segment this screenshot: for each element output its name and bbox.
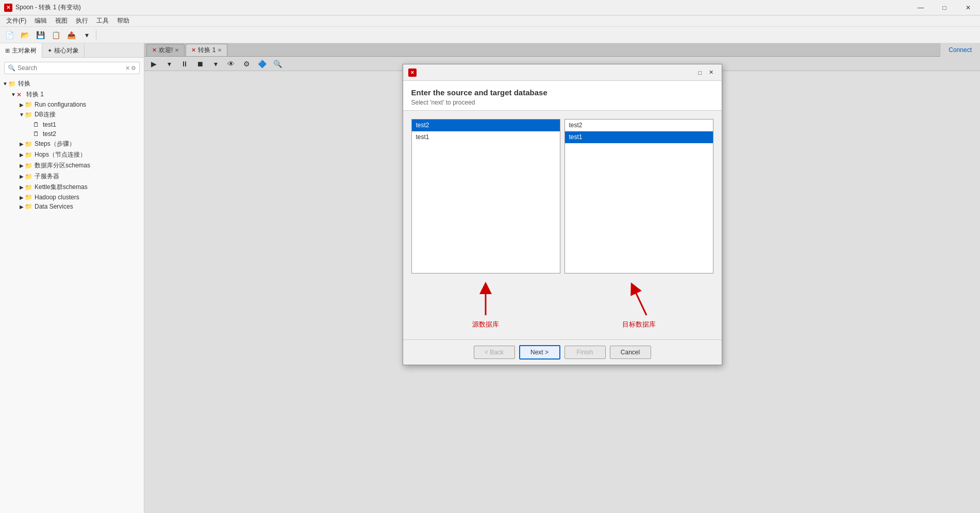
- tree-item-label: 转换 1: [26, 90, 44, 99]
- saveas-button[interactable]: 📋: [48, 28, 63, 42]
- folder-icon: 📁: [25, 101, 33, 108]
- search-bar[interactable]: 🔍 ✕ ⚙: [4, 62, 140, 74]
- menu-tools[interactable]: 工具: [92, 15, 113, 26]
- expand-arrow: ▼: [2, 81, 8, 87]
- tree-item-label: Run configurations: [35, 101, 86, 108]
- target-item-test2[interactable]: test2: [565, 119, 713, 131]
- next-button[interactable]: Next >: [519, 345, 560, 360]
- tree-item-steps[interactable]: ▶ 📁 Steps（步骤）: [0, 139, 144, 149]
- tree-item-label: Hadoop clusters: [35, 194, 79, 201]
- save-button[interactable]: 💾: [33, 28, 47, 42]
- transform-icon: ✕: [16, 91, 25, 98]
- title-text: Spoon - 转换 1 (有变动): [15, 3, 81, 12]
- source-annotation: 源数据库: [411, 280, 560, 331]
- menu-run[interactable]: 执行: [72, 15, 92, 26]
- dropdown-button[interactable]: ▾: [79, 28, 94, 42]
- core-object-icon: ✦: [47, 47, 52, 54]
- dialog: ✕ □ ✕ Enter the source and target databa…: [403, 64, 722, 365]
- tree-item-test2[interactable]: 🗒 test2: [0, 129, 144, 139]
- annotation-area: 源数据库 目标数据库: [411, 280, 713, 331]
- tree-item-label: 数据库分区schemas: [35, 161, 90, 170]
- maximize-button[interactable]: □: [933, 0, 956, 15]
- expand-arrow: ▶: [19, 163, 25, 168]
- search-input[interactable]: [18, 64, 125, 72]
- folder-icon: 📁: [8, 80, 16, 88]
- tree-item-root[interactable]: ▼ 📁 转换: [0, 78, 144, 89]
- dialog-header-title: Enter the source and target database: [411, 88, 713, 97]
- sidebar-tab-main[interactable]: ⊞ 主对象树: [0, 43, 42, 58]
- tree-container: ▼ 📁 转换 ▼ ✕ 转换 1 ▶ 📁 Run configurations: [0, 76, 144, 513]
- back-button[interactable]: < Back: [474, 346, 515, 359]
- dialog-close-button[interactable]: ✕: [706, 67, 717, 78]
- expand-arrow: ▼: [19, 112, 25, 117]
- dialog-header-sub: Select 'next' to proceed: [411, 99, 713, 106]
- clear-search-icon[interactable]: ✕: [125, 65, 130, 72]
- db-lists-row: test2 test1 test2 test1: [411, 119, 713, 273]
- toolbar-separator: [96, 30, 96, 40]
- dialog-footer: < Back Next > Finish Cancel: [403, 339, 722, 365]
- main-layout: ⊞ 主对象树 ✦ 核心对象 🔍 ✕ ⚙ ▼ 📁 转换: [0, 43, 980, 513]
- db-icon: 🗒: [33, 130, 41, 138]
- tree-item-label: test1: [43, 121, 56, 128]
- close-button[interactable]: ✕: [956, 0, 980, 15]
- sidebar-tab-main-label: 主对象树: [12, 46, 37, 55]
- menu-view[interactable]: 视图: [51, 15, 72, 26]
- dialog-overlay: ✕ □ ✕ Enter the source and target databa…: [144, 43, 980, 513]
- tree-item-hops[interactable]: ▶ 📁 Hops（节点连接）: [0, 149, 144, 160]
- source-item-test2[interactable]: test2: [412, 119, 560, 131]
- svg-line-3: [634, 288, 646, 315]
- dialog-maximize-button[interactable]: □: [695, 67, 705, 78]
- tree-item-subservers[interactable]: ▶ 📁 子服务器: [0, 171, 144, 182]
- target-arrow-svg: [618, 282, 659, 318]
- search-options-icon[interactable]: ⚙: [131, 65, 136, 72]
- menu-file[interactable]: 文件(F): [2, 15, 30, 26]
- dialog-body: test2 test1 test2 test1: [403, 111, 722, 339]
- menu-edit[interactable]: 编辑: [30, 15, 51, 26]
- tree-item-label: 转换: [18, 79, 30, 88]
- source-arrow-svg: [470, 282, 501, 318]
- tree-item-db-connections[interactable]: ▼ 📁 DB连接: [0, 109, 144, 120]
- expand-arrow: ▶: [19, 152, 25, 158]
- tree-item-transform1[interactable]: ▼ ✕ 转换 1: [0, 89, 144, 100]
- tree-item-run-config[interactable]: ▶ 📁 Run configurations: [0, 100, 144, 109]
- target-label: 目标数据库: [622, 320, 656, 329]
- content-area: ✕ 欢迎! ✕ ✕ 转换 1 ✕ Connect ▶ ▾ ⏸ ⏹ ▾ 👁 ⚙ 🔷…: [144, 43, 980, 513]
- window-controls: — □ ✕: [909, 0, 980, 15]
- app-icon: ✕: [4, 4, 12, 12]
- dialog-titlebar: ✕ □ ✕: [403, 64, 722, 81]
- cancel-button[interactable]: Cancel: [610, 346, 651, 359]
- tree-item-schemas[interactable]: ▶ 📁 数据库分区schemas: [0, 160, 144, 171]
- minimize-button[interactable]: —: [909, 0, 933, 15]
- tree-item-test1[interactable]: 🗒 test1: [0, 120, 144, 129]
- dialog-icon: ✕: [408, 69, 417, 77]
- target-annotation: 目标数据库: [564, 280, 713, 331]
- folder-icon: 📁: [25, 203, 33, 210]
- folder-icon: 📁: [25, 173, 33, 180]
- finish-button[interactable]: Finish: [564, 346, 606, 359]
- menu-help[interactable]: 帮助: [113, 15, 134, 26]
- dialog-header: Enter the source and target database Sel…: [403, 81, 722, 111]
- target-db-list[interactable]: test2 test1: [564, 119, 713, 273]
- sidebar: ⊞ 主对象树 ✦ 核心对象 🔍 ✕ ⚙ ▼ 📁 转换: [0, 43, 144, 513]
- target-item-test1[interactable]: test1: [565, 131, 713, 143]
- expand-arrow: ▶: [19, 141, 25, 147]
- expand-arrow: ▶: [19, 102, 25, 108]
- new-button[interactable]: 📄: [2, 28, 16, 42]
- tree-item-data-services[interactable]: ▶ 📁 Data Services: [0, 202, 144, 211]
- tree-item-kettle-clusters[interactable]: ▶ 📁 Kettle集群schemas: [0, 182, 144, 193]
- source-item-test1[interactable]: test1: [412, 131, 560, 143]
- folder-icon: 📁: [25, 184, 33, 191]
- source-label: 源数据库: [472, 320, 499, 329]
- tree-item-hadoop[interactable]: ▶ 📁 Hadoop clusters: [0, 193, 144, 202]
- folder-icon: 📁: [25, 194, 33, 201]
- tree-item-label: Steps（步骤）: [35, 140, 75, 148]
- source-db-list[interactable]: test2 test1: [411, 119, 560, 273]
- open-button[interactable]: 📂: [18, 28, 32, 42]
- main-toolbar: 📄 📂 💾 📋 📤 ▾: [0, 27, 980, 43]
- sidebar-tab-core[interactable]: ✦ 核心对象: [42, 43, 85, 58]
- search-icon: 🔍: [8, 64, 15, 72]
- export-button[interactable]: 📤: [64, 28, 78, 42]
- folder-icon: 📁: [25, 141, 33, 148]
- folder-icon: 📁: [25, 162, 33, 169]
- menu-bar: 文件(F) 编辑 视图 执行 工具 帮助: [0, 15, 980, 27]
